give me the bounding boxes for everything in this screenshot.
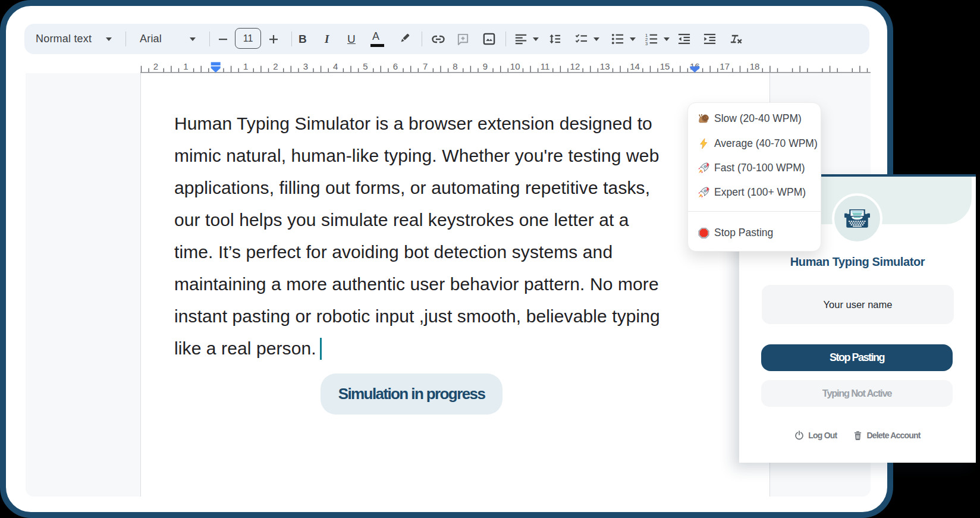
svg-text:6: 6 xyxy=(393,61,398,71)
svg-text:2: 2 xyxy=(153,61,158,71)
svg-text:13: 13 xyxy=(600,61,610,71)
svg-text:8: 8 xyxy=(453,61,457,71)
svg-text:1: 1 xyxy=(243,61,248,71)
svg-text:5: 5 xyxy=(363,61,368,71)
svg-text:4: 4 xyxy=(333,61,338,71)
svg-text:3: 3 xyxy=(645,41,648,46)
svg-text:3: 3 xyxy=(303,61,308,71)
svg-text:15: 15 xyxy=(660,61,670,71)
svg-text:14: 14 xyxy=(630,61,640,71)
svg-text:2: 2 xyxy=(273,61,278,71)
svg-text:18: 18 xyxy=(750,61,760,71)
svg-text:7: 7 xyxy=(423,61,428,71)
svg-text:12: 12 xyxy=(570,61,580,71)
svg-text:10: 10 xyxy=(510,61,520,71)
svg-text:17: 17 xyxy=(720,61,730,71)
svg-text:1: 1 xyxy=(183,61,188,71)
svg-text:11: 11 xyxy=(541,61,550,71)
svg-text:9: 9 xyxy=(483,61,488,71)
